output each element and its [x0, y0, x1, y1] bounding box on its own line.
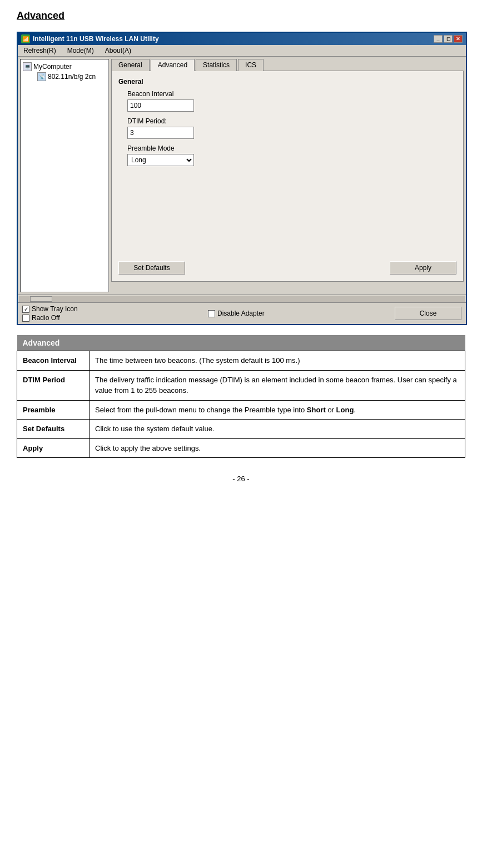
- show-tray-checkbox[interactable]: ✓: [22, 306, 29, 313]
- x-close-button[interactable]: ✕: [454, 35, 463, 43]
- tree-computer-label: MyComputer: [33, 63, 72, 71]
- page-number: - 26 -: [17, 475, 465, 483]
- tab-ics[interactable]: ICS: [238, 59, 264, 71]
- right-panel: General Advanced Statistics ICS General …: [111, 59, 464, 292]
- page-heading: Advanced: [17, 10, 465, 22]
- computer-icon: 💻: [23, 62, 32, 71]
- tab-statistics[interactable]: Statistics: [196, 59, 237, 71]
- preamble-select-wrapper: Long Short: [127, 154, 456, 166]
- preamble-select[interactable]: Long Short: [127, 154, 194, 166]
- term-beacon-interval: Beacon Interval: [17, 351, 90, 371]
- disable-adapter-checkbox[interactable]: [208, 310, 215, 317]
- app-icon: 📶: [21, 34, 30, 43]
- menu-about[interactable]: About(A): [102, 46, 135, 55]
- beacon-interval-label: Beacon Interval: [127, 90, 456, 98]
- disable-adapter-row: Disable Adapter: [208, 310, 265, 317]
- desc-dtim-period: The delivery traffic indication message …: [90, 370, 465, 400]
- menu-mode[interactable]: Mode(M): [64, 46, 97, 55]
- disable-adapter-label: Disable Adapter: [217, 310, 265, 317]
- win-content: 💻 MyComputer 📡 802.11n/b/g 2cn General A…: [18, 57, 466, 295]
- desc-apply: Click to apply the above settings.: [90, 438, 465, 458]
- tree-mycomputer[interactable]: 💻 MyComputer: [23, 62, 106, 72]
- tab-action-buttons: Set Defaults Apply: [118, 261, 456, 275]
- statusbar: ✓ Show Tray Icon Radio Off Disable Adapt…: [18, 302, 466, 324]
- show-tray-label: Show Tray Icon: [32, 305, 78, 313]
- radio-off-checkbox[interactable]: [22, 315, 29, 322]
- info-table-header: Advanced: [17, 335, 465, 351]
- desc-beacon-interval: The time between two beacons. (The syste…: [90, 351, 465, 371]
- tree-network-label: 802.11n/b/g 2cn: [48, 73, 96, 81]
- tab-content-advanced: General Beacon Interval DTIM Period: Pre…: [111, 71, 464, 282]
- utility-window: 📶 Intelligent 11n USB Wireless LAN Utili…: [17, 32, 467, 325]
- menu-refresh[interactable]: Refresh(R): [20, 46, 59, 55]
- scrollbar-thumb[interactable]: [30, 296, 52, 302]
- window-controls: _ ◻ ✕: [434, 35, 463, 43]
- statusbar-left: ✓ Show Tray Icon Radio Off: [22, 305, 78, 322]
- table-row: Beacon Interval The time between two bea…: [17, 351, 465, 371]
- tab-general[interactable]: General: [111, 59, 150, 71]
- desc-set-defaults: Click to use the system default value.: [90, 420, 465, 439]
- restore-button[interactable]: ◻: [444, 35, 453, 43]
- table-row: DTIM Period The delivery traffic indicat…: [17, 370, 465, 400]
- set-defaults-button[interactable]: Set Defaults: [118, 261, 185, 275]
- scrollbar-track[interactable]: [19, 296, 465, 302]
- term-dtim-period: DTIM Period: [17, 370, 90, 400]
- term-apply: Apply: [17, 438, 90, 458]
- dtim-period-label: DTIM Period:: [127, 117, 456, 125]
- titlebar-title: Intelligent 11n USB Wireless LAN Utility: [33, 35, 159, 43]
- menubar: Refresh(R) Mode(M) About(A): [18, 45, 466, 57]
- table-row: Preamble Select from the pull-down menu …: [17, 400, 465, 420]
- titlebar-left: 📶 Intelligent 11n USB Wireless LAN Utili…: [21, 34, 159, 43]
- tab-bar: General Advanced Statistics ICS: [111, 59, 464, 71]
- term-set-defaults: Set Defaults: [17, 420, 90, 439]
- table-row: Set Defaults Click to use the system def…: [17, 420, 465, 439]
- desc-preamble: Select from the pull-down menu to change…: [90, 400, 465, 420]
- term-preamble: Preamble: [17, 400, 90, 420]
- section-general-label: General: [118, 78, 456, 86]
- radio-off-row: Radio Off: [22, 314, 78, 322]
- titlebar: 📶 Intelligent 11n USB Wireless LAN Utili…: [18, 33, 466, 45]
- apply-button[interactable]: Apply: [390, 261, 456, 275]
- network-icon: 📡: [37, 72, 46, 81]
- tab-advanced[interactable]: Advanced: [151, 59, 195, 71]
- show-tray-row: ✓ Show Tray Icon: [22, 305, 78, 313]
- preamble-label: Preamble Mode: [127, 144, 456, 152]
- close-button[interactable]: Close: [395, 307, 461, 320]
- tree-network[interactable]: 📡 802.11n/b/g 2cn: [23, 72, 106, 82]
- beacon-interval-input[interactable]: [127, 99, 194, 112]
- tree-panel: 💻 MyComputer 📡 802.11n/b/g 2cn: [20, 59, 109, 292]
- info-table: Advanced Beacon Interval The time betwee…: [17, 335, 465, 458]
- dtim-period-input[interactable]: [127, 127, 194, 139]
- radio-off-label: Radio Off: [32, 314, 59, 322]
- minimize-button[interactable]: _: [434, 35, 443, 43]
- table-row: Apply Click to apply the above settings.: [17, 438, 465, 458]
- scrollbar-area: [18, 295, 466, 302]
